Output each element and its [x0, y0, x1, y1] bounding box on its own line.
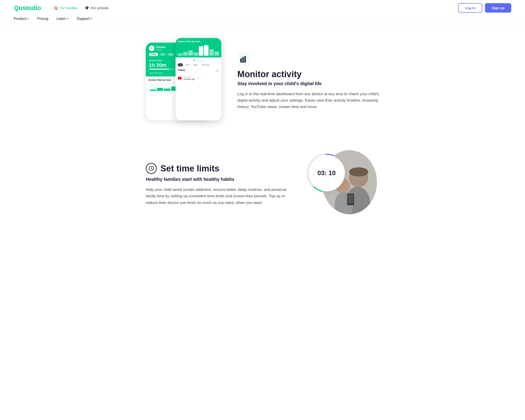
svg-rect-0 [240, 58, 242, 63]
clock-icon-wrap: Set time limits [146, 163, 288, 174]
screen-time-value: 1h 20m [149, 62, 166, 68]
svg-rect-14 [348, 195, 353, 204]
pf-bar-4 [194, 52, 198, 56]
pf-bar-6 [204, 45, 208, 56]
svg-point-10 [349, 167, 368, 177]
section-time-limits: Set time limits Healthy families start w… [146, 148, 379, 221]
chevron-down-icon: ▾ [28, 17, 29, 20]
clock-icon [146, 163, 157, 174]
pf-header: Screen Time by hour [176, 38, 221, 57]
child-status: Active [156, 49, 165, 51]
pf-today-row: Today ⚙ [178, 69, 219, 73]
svg-line-6 [151, 169, 152, 169]
nav-for-families[interactable]: 🏠 For families [54, 6, 78, 10]
youtube-label: Youtube app [183, 78, 195, 80]
pf-tab-searches[interactable]: Searches [200, 63, 211, 66]
chevron-down-icon-2: ▾ [67, 17, 68, 20]
chevron-down-icon-3: ▾ [91, 17, 92, 20]
pf-bar-7 [209, 49, 214, 56]
youtube-row: 10:47 pm Youtube app 8m ··· [178, 76, 219, 80]
tab-7d[interactable]: 7d [160, 53, 166, 56]
main-content: E Emma Active Today 7d 14d 30d [137, 24, 388, 235]
home-icon: 🏠 [54, 6, 58, 10]
phone-front: Screen Time by hour [176, 38, 221, 120]
login-button[interactable]: Log in [458, 3, 482, 13]
youtube-duration: 8m [197, 77, 199, 79]
monitor-description: Log in to the real-time dashboard from a… [237, 91, 379, 110]
timer-circle-container: 03: 10 [308, 155, 345, 191]
svg-rect-2 [244, 56, 246, 63]
phone-mockup: E Emma Active Today 7d 14d 30d [146, 38, 219, 125]
pf-bar-5 [199, 46, 204, 56]
chart-bar-2 [157, 88, 163, 91]
chart-bar-1 [150, 90, 156, 91]
svg-rect-3 [240, 62, 246, 63]
clock-svg [149, 166, 154, 171]
timelimits-text: Set time limits Healthy families start w… [146, 163, 288, 206]
school-icon: 🎓 [85, 6, 89, 10]
monitor-text: Monitor activity Stay involved in your c… [237, 53, 379, 110]
dot-1 [196, 60, 197, 61]
pf-bar-3 [188, 50, 193, 56]
youtube-icon [178, 77, 181, 79]
pf-bar-2 [183, 52, 188, 56]
dot-2 [198, 60, 199, 61]
pf-screen-title: Screen Time by hour [178, 40, 219, 43]
tab-today[interactable]: Today [149, 53, 158, 56]
youtube-time-entry: 10:47 pm [183, 76, 195, 78]
nav-support[interactable]: Support ▾ [77, 17, 92, 21]
dot-4 [202, 60, 204, 61]
pf-bar-8 [215, 52, 219, 56]
pf-bar-1 [178, 54, 182, 56]
dots-indicator [178, 60, 219, 61]
timelimits-subtitle: Healthy families start with healthy habi… [146, 177, 288, 182]
pf-bottom: All Web Apps Searches Today ⚙ 10:47 pm Y… [176, 57, 221, 84]
svg-rect-1 [242, 57, 244, 63]
nav-learn[interactable]: Learn ▾ [56, 17, 68, 21]
dot-active [193, 60, 195, 61]
filter-icon[interactable]: ⚙ [216, 69, 219, 73]
youtube-entry: 10:47 pm Youtube app [183, 76, 195, 80]
section-monitor-activity: E Emma Active Today 7d 14d 30d [146, 38, 379, 125]
child-name: Emma [156, 45, 165, 49]
pf-tab-web[interactable]: Web [184, 63, 191, 66]
pf-tab-apps[interactable]: Apps [192, 63, 199, 66]
timelimits-description: Help your child avoid screen addiction, … [146, 187, 288, 206]
pf-chart [178, 44, 219, 56]
dot-3 [200, 60, 201, 61]
site-header: Qustodio 🏠 For families 🎓 For schools Lo… [0, 0, 525, 24]
nav-product[interactable]: Product ▾ [14, 17, 29, 21]
progress-fill [149, 69, 169, 70]
signup-button[interactable]: Sign up [485, 3, 511, 13]
pf-today-label: Today [178, 69, 185, 71]
pf-tabs: All Web Apps Searches [178, 63, 219, 66]
tab-14d[interactable]: 14d [167, 53, 174, 56]
pf-tab-all[interactable]: All [178, 63, 183, 66]
bar-chart-icon [240, 56, 247, 63]
timer-value: 03: 10 [318, 169, 336, 177]
avatar-circle: E [149, 46, 154, 51]
timer-circle: 03: 10 [308, 155, 345, 191]
monitor-icon [237, 53, 250, 66]
nav-for-schools[interactable]: 🎓 For schools [85, 6, 108, 10]
timelimits-title: Set time limits [160, 164, 219, 174]
timer-illustration: 03: 10 [301, 148, 379, 221]
chart-bar-3 [164, 89, 170, 91]
monitor-subtitle: Stay involved in your child's digital li… [237, 81, 379, 86]
nav-pricing[interactable]: Pricing [37, 17, 48, 21]
site-logo: Qustodio [14, 4, 41, 12]
more-icon[interactable]: ··· [201, 77, 203, 79]
monitor-title: Monitor activity [237, 69, 379, 79]
header-actions: Log in Sign up [458, 3, 511, 13]
